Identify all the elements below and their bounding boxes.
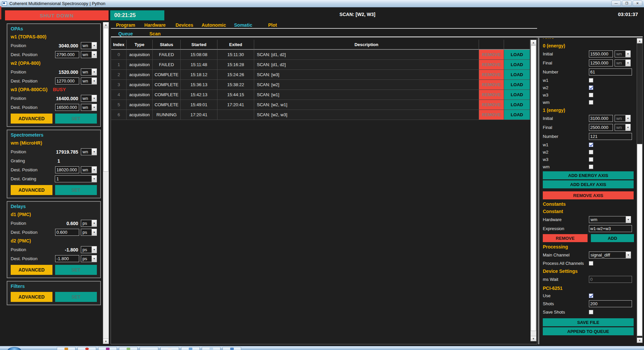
units-select[interactable]: ps▼ — [81, 255, 97, 262]
chevron-down-icon[interactable]: ▼ — [92, 69, 97, 75]
scrollbar-thumb[interactable] — [103, 28, 109, 172]
chevron-down-icon[interactable]: ▼ — [626, 252, 631, 258]
taskbar-icon[interactable] — [140, 347, 158, 350]
chevron-down-icon[interactable]: ▼ — [92, 149, 97, 155]
set-button[interactable]: SET — [55, 114, 97, 124]
units-select[interactable]: wn▼ — [615, 115, 631, 122]
taskbar-icon[interactable] — [98, 347, 117, 350]
chevron-down-icon[interactable]: ▼ — [92, 255, 97, 262]
units-select[interactable]: ps▼ — [81, 229, 97, 236]
units-select[interactable]: ps▼ — [81, 246, 97, 253]
units-select[interactable]: wn▼ — [81, 42, 97, 49]
chevron-down-icon[interactable]: ▼ — [92, 78, 97, 84]
load-button[interactable]: LOAD — [504, 90, 530, 100]
advanced-button[interactable]: ADVANCED — [11, 185, 52, 195]
wm-checkbox[interactable] — [589, 100, 593, 105]
remove-axis-button[interactable]: REMOVE AXIS — [543, 191, 634, 199]
close-button[interactable]: ✕ — [633, 1, 642, 6]
chevron-down-icon[interactable]: ▼ — [625, 51, 630, 57]
remove-button[interactable]: REMOVE — [479, 50, 504, 59]
subtab-queue[interactable]: Queue — [111, 31, 140, 37]
load-button[interactable]: LOAD — [504, 50, 530, 59]
use-checkbox[interactable] — [589, 294, 593, 298]
axis-final-input[interactable] — [589, 124, 613, 131]
set-button[interactable]: SET — [55, 292, 97, 302]
chevron-down-icon[interactable]: ▼ — [626, 216, 631, 223]
advanced-button[interactable]: ADVANCED — [11, 292, 52, 302]
units-select[interactable]: wn▼ — [81, 51, 97, 58]
scroll-up-icon[interactable]: ▲ — [637, 38, 642, 43]
append-to-queue-button[interactable]: APPEND TO QUEUE — [543, 327, 634, 335]
dest-grating-select[interactable]: 1▼ — [55, 175, 97, 182]
taskbar-icon[interactable] — [160, 347, 179, 350]
save-file-button[interactable]: SAVE FILE — [543, 318, 634, 326]
remove-constant-button[interactable]: REMOVE — [543, 234, 588, 242]
dest-position-input[interactable] — [55, 51, 79, 58]
load-button[interactable]: LOAD — [504, 100, 530, 110]
remove-button[interactable]: REMOVE — [479, 70, 504, 79]
scroll-down-icon[interactable]: ▼ — [103, 339, 109, 344]
chevron-down-icon[interactable]: ▼ — [625, 60, 630, 66]
w3-checkbox[interactable] — [589, 157, 593, 162]
units-select[interactable]: wn▼ — [81, 166, 97, 173]
add-energy-axis-button[interactable]: ADD ENERGY AXIS — [543, 171, 634, 179]
tab-devices[interactable]: Devices — [170, 22, 199, 28]
axis-final-input[interactable] — [589, 59, 613, 66]
w1-checkbox[interactable] — [589, 78, 593, 82]
scroll-down-icon[interactable]: ▼ — [637, 338, 642, 343]
dest-position-input[interactable] — [55, 255, 79, 262]
taskbar-icon[interactable] — [181, 347, 200, 350]
dest-position-input[interactable] — [55, 229, 79, 236]
set-button[interactable]: SET — [55, 265, 97, 275]
expression-input[interactable] — [589, 225, 632, 232]
tab-plot[interactable]: Plot — [258, 22, 287, 28]
taskbar-icon[interactable] — [57, 347, 75, 350]
w3-checkbox[interactable] — [589, 93, 593, 97]
axis-number-input[interactable] — [589, 68, 632, 75]
scrollbar-thumb[interactable] — [637, 144, 642, 336]
remove-button[interactable]: REMOVE — [479, 60, 504, 69]
units-select[interactable]: wn▼ — [81, 77, 97, 84]
main-channel-select[interactable]: signal_diff ▼ — [589, 251, 631, 258]
chevron-down-icon[interactable]: ▼ — [92, 51, 97, 58]
remove-button[interactable]: REMOVE — [479, 80, 504, 90]
hardware-select[interactable]: wm ▼ — [589, 216, 631, 223]
add-constant-button[interactable]: ADD — [591, 234, 634, 242]
dest-position-input[interactable] — [55, 104, 79, 111]
axis-initial-input[interactable] — [589, 50, 613, 57]
chevron-down-icon[interactable]: ▼ — [92, 220, 97, 226]
set-button[interactable]: SET — [55, 185, 97, 195]
units-select[interactable]: ps▼ — [81, 220, 97, 227]
add-delay-axis-button[interactable]: ADD DELAY AXIS — [543, 180, 634, 188]
scroll-up-icon[interactable]: ▲ — [103, 22, 109, 27]
remove-button[interactable]: REMOVE — [479, 100, 504, 110]
taskbar-icon[interactable] — [119, 347, 138, 350]
chevron-down-icon[interactable]: ▼ — [92, 95, 97, 102]
chevron-down-icon[interactable]: ▼ — [625, 115, 630, 122]
units-select[interactable]: wn▼ — [81, 68, 97, 75]
load-button[interactable]: LOAD — [504, 110, 530, 120]
chevron-down-icon[interactable]: ▼ — [92, 104, 97, 111]
subtab-scan[interactable]: Scan — [140, 31, 170, 37]
load-button[interactable]: LOAD — [504, 70, 530, 79]
tab-program[interactable]: Program — [111, 22, 140, 28]
load-button[interactable]: LOAD — [504, 60, 530, 69]
scroll-down-icon[interactable]: ▼ — [531, 336, 536, 341]
dest-position-input[interactable] — [55, 166, 79, 173]
restore-button[interactable]: ❐ — [622, 1, 632, 6]
units-select[interactable]: wn▼ — [615, 124, 631, 131]
units-select[interactable]: wn▼ — [81, 104, 97, 111]
w2-checkbox[interactable] — [589, 85, 593, 90]
scan-panel-scrollbar[interactable]: ▲ ▼ — [637, 38, 643, 343]
units-select[interactable]: wn▼ — [81, 95, 97, 102]
minimize-button[interactable]: — — [611, 1, 621, 6]
tab-hardware[interactable]: Hardware — [140, 22, 170, 28]
queue-scrollbar[interactable]: ▲ ▼ — [530, 40, 536, 341]
w2-checkbox[interactable] — [589, 150, 593, 154]
chevron-down-icon[interactable]: ▼ — [92, 176, 97, 182]
dest-position-input[interactable] — [55, 77, 79, 84]
load-button[interactable]: LOAD — [504, 80, 530, 90]
save-shots-checkbox[interactable] — [589, 310, 593, 314]
taskbar-icon[interactable] — [77, 347, 96, 350]
start-button[interactable] — [7, 347, 21, 350]
